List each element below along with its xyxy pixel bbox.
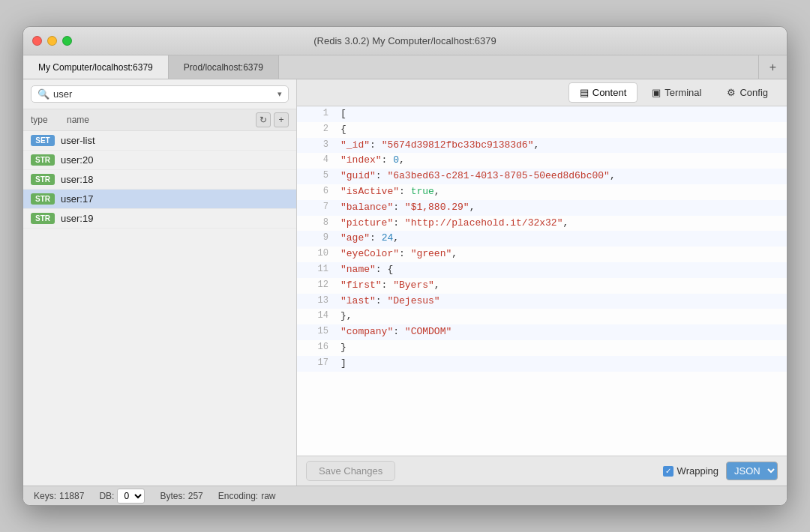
content-tab-icon: ▤ — [580, 87, 589, 98]
search-input[interactable] — [53, 88, 274, 100]
line-content: { — [340, 122, 778, 138]
line-number: 16 — [306, 340, 328, 356]
wrapping-toggle[interactable]: ✓ Wrapping — [663, 465, 718, 477]
encoding-status: Encoding: raw — [218, 491, 276, 501]
tab-prod[interactable]: Prod/localhost:6379 — [169, 55, 279, 79]
sidebar: 🔍 ▾ type name ↻ + SET user-list — [23, 79, 297, 486]
panel-tab-content[interactable]: ▤ Content — [568, 82, 638, 103]
close-button[interactable] — [32, 36, 42, 46]
search-icon: 🔍 — [38, 88, 50, 100]
key-row[interactable]: STR user:18 — [23, 170, 296, 190]
key-list-header: type name ↻ + — [23, 109, 296, 131]
db-select[interactable]: 0 1 2 — [117, 489, 145, 504]
tab-prod-label: Prod/localhost:6379 — [184, 62, 263, 73]
line-number: 9 — [306, 231, 328, 247]
panel-toolbar: ▤ Content ▣ Terminal ⚙ Config — [297, 79, 787, 106]
code-line: 17] — [297, 356, 787, 372]
minimize-button[interactable] — [47, 36, 57, 46]
line-content: "balance": "$1,880.29", — [340, 200, 778, 216]
line-number: 10 — [306, 247, 328, 262]
line-content: "age": 24, — [340, 231, 778, 247]
key-badge: STR — [31, 193, 55, 205]
header-actions: ↻ + — [256, 112, 289, 127]
search-wrapper: 🔍 ▾ — [31, 85, 289, 103]
code-line: 4 "index": 0, — [297, 153, 787, 169]
encoding-value: raw — [261, 491, 275, 501]
col-type-header: type — [31, 115, 61, 125]
key-name: user:18 — [61, 174, 93, 185]
refresh-button[interactable]: ↻ — [256, 112, 271, 127]
line-content: "guid": "6a3bed63-c281-4013-8705-50eed8d… — [340, 169, 778, 184]
wrapping-checkbox[interactable]: ✓ — [663, 466, 674, 477]
line-content: ] — [340, 356, 778, 372]
col-name-header: name — [67, 115, 250, 125]
line-number: 8 — [306, 216, 328, 232]
line-content: "first": "Byers", — [340, 278, 778, 294]
line-number: 1 — [306, 106, 328, 122]
bytes-status: Bytes: 257 — [160, 491, 202, 501]
terminal-tab-label: Terminal — [664, 87, 701, 98]
code-line: 15 "company": "COMDOM" — [297, 324, 787, 340]
code-line: 1[ — [297, 106, 787, 122]
line-number: 3 — [306, 138, 328, 154]
code-area[interactable]: 1[2 {3 "_id": "5674d39812fbc33bc91383d6"… — [297, 106, 787, 456]
code-line: 9 "age": 24, — [297, 231, 787, 247]
maximize-button[interactable] — [62, 36, 72, 46]
tab-local[interactable]: My Computer/localhost:6379 — [23, 55, 169, 79]
panel-tab-terminal[interactable]: ▣ Terminal — [640, 82, 712, 103]
key-badge: STR — [31, 174, 55, 185]
code-line: 3 "_id": "5674d39812fbc33bc91383d6", — [297, 138, 787, 154]
bytes-label: Bytes: — [160, 491, 184, 501]
bottom-right: ✓ Wrapping JSON Raw — [663, 462, 778, 480]
keys-value: 11887 — [59, 491, 84, 501]
line-content: "company": "COMDOM" — [340, 324, 778, 340]
window-controls — [32, 36, 72, 46]
line-number: 5 — [306, 169, 328, 184]
line-number: 13 — [306, 294, 328, 309]
line-number: 17 — [306, 356, 328, 372]
add-key-button[interactable]: + — [274, 112, 289, 127]
key-list: SET user-list STR user:20 STR user:18 ST… — [23, 131, 296, 486]
code-line: 8 "picture": "http://placehold.it/32x32"… — [297, 216, 787, 232]
line-number: 6 — [306, 184, 328, 200]
key-name: user:19 — [61, 213, 93, 224]
key-name: user:17 — [61, 193, 93, 205]
add-tab-button[interactable]: + — [758, 55, 787, 79]
code-line: 12 "first": "Byers", — [297, 278, 787, 294]
line-number: 11 — [306, 262, 328, 278]
config-tab-label: Config — [740, 87, 768, 98]
panel-tab-config[interactable]: ⚙ Config — [716, 82, 779, 103]
right-panel: ▤ Content ▣ Terminal ⚙ Config 1[2 {3 "_i… — [297, 79, 787, 486]
key-row[interactable]: SET user-list — [23, 131, 296, 151]
db-status: DB: 0 1 2 — [99, 489, 145, 504]
code-line: 11 "name": { — [297, 262, 787, 278]
code-line: 6 "isActive": true, — [297, 184, 787, 200]
line-content: }, — [340, 309, 778, 324]
main-window: (Redis 3.0.2) My Computer/localhost:6379… — [22, 26, 788, 506]
key-name: user:20 — [61, 154, 93, 166]
line-content: [ — [340, 106, 778, 122]
content-tab-label: Content — [592, 87, 627, 98]
keys-status: Keys: 11887 — [34, 491, 84, 501]
line-content: "last": "Dejesus" — [340, 294, 778, 309]
line-content: "eyeColor": "green", — [340, 247, 778, 262]
line-number: 2 — [306, 122, 328, 138]
code-line: 16 } — [297, 340, 787, 356]
line-content: "isActive": true, — [340, 184, 778, 200]
key-row[interactable]: STR user:20 — [23, 151, 296, 170]
code-line: 2 { — [297, 122, 787, 138]
config-tab-icon: ⚙ — [727, 87, 736, 98]
search-dropdown-icon[interactable]: ▾ — [278, 89, 282, 99]
line-content: "name": { — [340, 262, 778, 278]
key-row-selected[interactable]: STR user:17 — [23, 190, 296, 209]
save-changes-button[interactable]: Save Changes — [306, 461, 395, 481]
key-badge: STR — [31, 213, 55, 224]
db-label: DB: — [99, 491, 114, 501]
line-number: 12 — [306, 278, 328, 294]
tab-local-label: My Computer/localhost:6379 — [38, 62, 153, 73]
add-tab-icon: + — [770, 61, 776, 74]
terminal-tab-icon: ▣ — [652, 87, 661, 98]
key-row[interactable]: STR user:19 — [23, 209, 296, 229]
line-number: 4 — [306, 153, 328, 169]
format-select[interactable]: JSON Raw — [726, 462, 778, 480]
